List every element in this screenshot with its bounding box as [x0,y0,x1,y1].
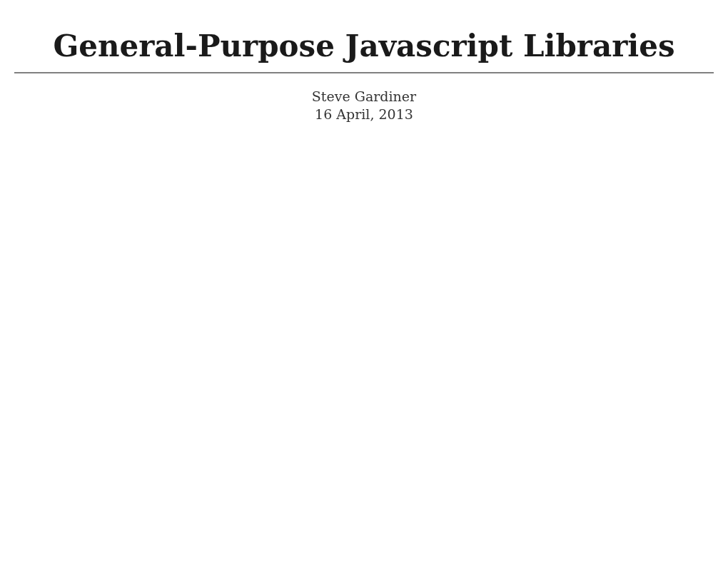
page-title: General-Purpose Javascript Libraries [14,29,714,73]
byline: Steve Gardiner 16 April, 2013 [14,88,714,123]
document-date: 16 April, 2013 [14,106,714,123]
author-name: Steve Gardiner [14,88,714,106]
